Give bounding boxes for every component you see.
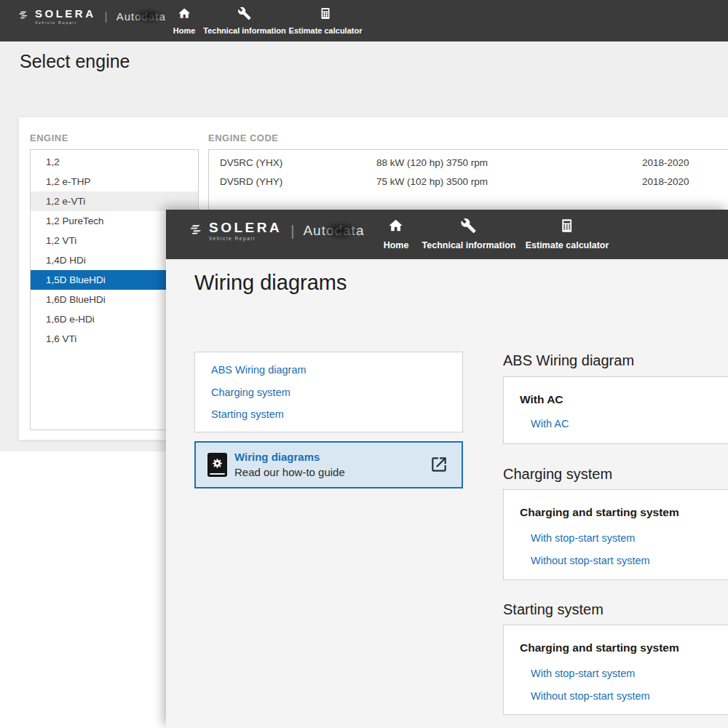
howto-guide-card[interactable]: Wiring diagrams Read our how-to guide: [194, 441, 463, 488]
nav-home-label: Home: [384, 240, 409, 250]
page-title: Select engine: [20, 51, 130, 72]
home-icon: [388, 218, 404, 237]
solera-bolt-icon: [18, 9, 29, 23]
brand-product: Autodata: [116, 10, 166, 23]
link-without-stop-start[interactable]: Without stop-start system: [531, 555, 650, 566]
engine-code: DV5RC (YHX): [220, 154, 282, 173]
engine-item-highlighted[interactable]: 1,2 e-VTi: [31, 191, 198, 211]
link-abs-wiring-diagram[interactable]: ABS Wiring diagram: [211, 364, 306, 376]
section-box-abs: With AC With AC: [503, 376, 728, 444]
group-title: Charging and starting system: [520, 641, 679, 654]
screen: SOLERA Vehicle Repair | Autodata Home Te…: [0, 0, 728, 728]
engine-code-row[interactable]: DV5RD (YHY) 75 kW (102 hp) 3500 rpm 2018…: [209, 173, 728, 191]
brand-wordmark: SOLERA Vehicle Repair: [35, 8, 96, 25]
engine-power: 75 kW (102 hp) 3500 rpm: [376, 173, 488, 191]
brand-name: SOLERA: [35, 8, 96, 19]
group-title: Charging and starting system: [520, 506, 679, 519]
group-title: With AC: [520, 393, 563, 406]
external-link-icon: [430, 455, 448, 477]
nav-estimate-calculator-label: Estimate calculator: [289, 26, 363, 35]
engine-code: DV5RD (YHY): [220, 173, 282, 191]
front-navbar: SOLERA Vehicle Repair | Autodata Home Te…: [166, 210, 728, 259]
engine-column-header: ENGINE: [30, 132, 68, 143]
engine-years: 2018-2020: [642, 154, 689, 173]
brand-wordmark: SOLERA Vehicle Repair: [209, 221, 282, 242]
link-starting-system[interactable]: Starting system: [211, 408, 284, 420]
engine-power: 88 kW (120 hp) 3750 rpm: [376, 154, 488, 173]
link-with-stop-start[interactable]: With stop-start system: [531, 532, 635, 544]
engine-years: 2018-2020: [642, 173, 689, 191]
section-heading-charging: Charging system: [503, 466, 612, 483]
nav-technical-information-label: Technical information: [422, 240, 516, 250]
nav-estimate-calculator[interactable]: Estimate calculator: [526, 218, 609, 250]
engine-code-column-header: ENGINE CODE: [208, 132, 279, 143]
brand-name: SOLERA: [209, 221, 282, 234]
nav-estimate-calculator-label: Estimate calculator: [526, 240, 609, 250]
engine-code-row[interactable]: DV5RC (YHX) 88 kW (120 hp) 3750 rpm 2018…: [209, 154, 728, 173]
wrench-icon: [237, 7, 251, 23]
brand-logo[interactable]: SOLERA Vehicle Repair | Autodata: [189, 221, 364, 242]
howto-card-subtitle: Read our how-to guide: [234, 466, 345, 478]
link-with-ac[interactable]: With AC: [531, 418, 569, 430]
section-heading-abs: ABS Wiring diagram: [503, 352, 634, 369]
page-title: Wiring diagrams: [194, 271, 347, 295]
engine-item[interactable]: 1,2: [31, 152, 198, 172]
section-box-charging: Charging and starting system With stop-s…: [503, 489, 728, 580]
nav-technical-information[interactable]: Technical information: [422, 218, 516, 250]
wiring-diagrams-window: SOLERA Vehicle Repair | Autodata Home Te…: [166, 210, 728, 728]
howto-card-title: Wiring diagrams: [234, 451, 320, 463]
top-navbar: SOLERA Vehicle Repair | Autodata Home Te…: [0, 0, 728, 41]
section-box-starting: Charging and starting system With stop-s…: [503, 625, 728, 715]
link-with-stop-start[interactable]: With stop-start system: [531, 668, 635, 679]
calculator-icon: [319, 7, 333, 23]
link-without-stop-start[interactable]: Without stop-start system: [531, 690, 650, 702]
brand-separator: |: [105, 10, 108, 23]
nav-technical-information[interactable]: Technical information: [203, 7, 285, 35]
brand-product: Autodata: [303, 223, 364, 239]
nav-estimate-calculator[interactable]: Estimate calculator: [289, 7, 363, 35]
brand-logo[interactable]: SOLERA Vehicle Repair | Autodata: [18, 8, 166, 25]
brand-separator: |: [290, 223, 294, 240]
nav-home-label: Home: [173, 26, 196, 35]
wrench-icon: [461, 218, 477, 237]
engine-item[interactable]: 1,2 e-THP: [31, 172, 198, 191]
section-heading-starting: Starting system: [503, 601, 604, 618]
brand-tagline: Vehicle Repair: [209, 237, 282, 242]
calculator-icon: [559, 218, 575, 237]
nav-home[interactable]: Home: [384, 218, 409, 250]
nav-home[interactable]: Home: [173, 7, 196, 35]
solera-bolt-icon: [189, 223, 203, 240]
home-icon: [178, 7, 191, 23]
nav-technical-information-label: Technical information: [203, 26, 285, 35]
wiring-links-panel: ABS Wiring diagram Charging system Start…: [194, 352, 463, 432]
book-gear-icon: [207, 453, 227, 477]
brand-tagline: Vehicle Repair: [35, 21, 96, 25]
link-charging-system[interactable]: Charging system: [211, 387, 290, 398]
